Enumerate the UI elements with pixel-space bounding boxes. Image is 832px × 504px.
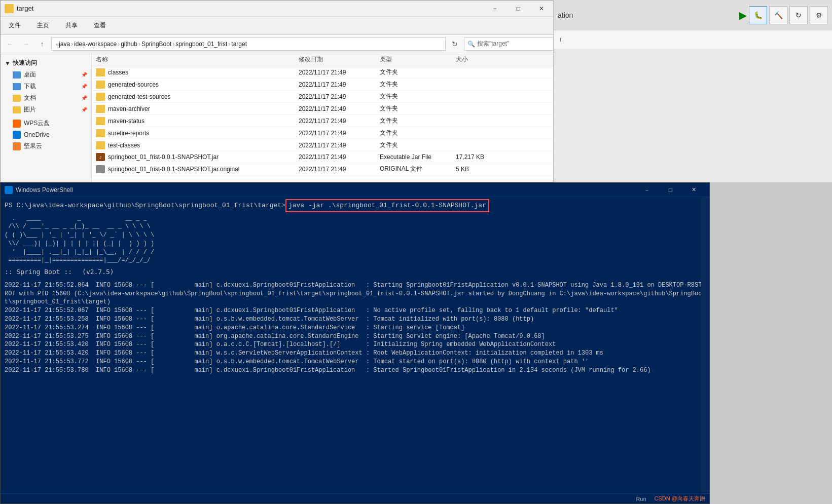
path-part-4: SpringBoot xyxy=(141,41,171,48)
col-header-size[interactable]: 大小 xyxy=(456,55,507,64)
ps-command-highlighted: java -jar .\springboot_01_frist-0.0.1-SN… xyxy=(285,199,489,212)
folder-title-icon xyxy=(5,4,14,13)
ide-content: t xyxy=(554,30,832,49)
ps-status-bar: Run CSDN @向春天奔跑 xyxy=(1,493,709,503)
address-path[interactable]: « java › idea-workspace › github › Sprin… xyxy=(51,37,446,51)
ribbon-tab-view[interactable]: 查看 xyxy=(90,19,110,32)
folder-icon-test-classes xyxy=(96,141,105,149)
up-button[interactable]: ↑ xyxy=(35,37,49,51)
reload-button[interactable]: ↻ xyxy=(789,6,808,24)
addressbar: ← → ↑ « java › idea-workspace › github ›… xyxy=(1,35,557,53)
sidebar-documents-label: 文档 xyxy=(24,94,36,102)
pin-icon-pic: 📌 xyxy=(81,107,87,112)
file-name-surefire-reports: surefire-reports xyxy=(108,130,299,137)
file-row-jar[interactable]: J springboot_01_frist-0.0.1-SNAPSHOT.jar… xyxy=(92,151,557,163)
quick-access-header[interactable]: ▼ 快速访问 xyxy=(1,57,91,69)
folder-icon-gen-test-sources xyxy=(96,93,105,101)
sidebar-item-documents[interactable]: 文档 📌 xyxy=(1,92,91,104)
file-type-jar: Executable Jar File xyxy=(380,153,456,161)
sidebar-item-jianguoyun[interactable]: 坚果云 xyxy=(1,140,91,152)
file-type-maven-archiver: 文件夹 xyxy=(380,104,456,113)
file-date-test-classes: 2022/11/17 21:49 xyxy=(299,142,380,149)
file-row-maven-archiver[interactable]: maven-archiver 2022/11/17 21:49 文件夹 xyxy=(92,103,557,115)
sidebar-jianguo-label: 坚果云 xyxy=(24,142,42,150)
back-button[interactable]: ← xyxy=(3,37,17,51)
folder-icon-gen-sources xyxy=(96,81,105,89)
csdn-badge: CSDN @向春天奔跑 xyxy=(655,495,705,502)
desktop-icon xyxy=(13,71,21,79)
file-name-jar: springboot_01_frist-0.0.1-SNAPSHOT.jar xyxy=(108,153,299,161)
ps-controls: − □ ✕ xyxy=(635,183,705,197)
onedrive-icon xyxy=(13,131,21,139)
file-date-maven-archiver: 2022/11/17 21:49 xyxy=(299,105,380,112)
file-row-surefire-reports[interactable]: surefire-reports 2022/11/17 21:49 文件夹 xyxy=(92,127,557,139)
file-type-jar-original: ORIGINAL 文件 xyxy=(380,165,456,173)
explorer-titlebar: target − □ ✕ xyxy=(1,1,557,17)
ps-scrollbar[interactable] xyxy=(701,197,709,493)
titlebar-controls: − □ ✕ xyxy=(483,1,553,17)
pin-icon-dl: 📌 xyxy=(81,84,87,89)
path-part-5: springboot_01_frist xyxy=(175,41,227,48)
sidebar-item-onedrive[interactable]: OneDrive xyxy=(1,129,91,140)
close-button[interactable]: ✕ xyxy=(530,1,553,17)
log-line-5: 2022-11-17 21:55:53.420 INFO 15608 --- [… xyxy=(5,340,705,349)
ps-command-line: PS C:\java\idea-workspace\github\SpringB… xyxy=(5,199,705,212)
search-box[interactable]: 🔍 搜索"target" xyxy=(464,37,555,51)
ide-toolbar-left: ation xyxy=(558,11,736,19)
col-header-date[interactable]: 修改日期 xyxy=(299,55,380,64)
file-date-classes: 2022/11/17 21:49 xyxy=(299,69,380,76)
ribbon-tab-share[interactable]: 共享 xyxy=(61,19,82,32)
ps-titlebar: Windows PowerShell − □ ✕ xyxy=(1,183,709,197)
log-line-3: 2022-11-17 21:55:53.274 INFO 15608 --- [… xyxy=(5,324,705,332)
sidebar-item-desktop[interactable]: 桌面 📌 xyxy=(1,69,91,81)
file-row-maven-status[interactable]: maven-status 2022/11/17 21:49 文件夹 xyxy=(92,115,557,127)
explorer-title: target xyxy=(17,5,33,12)
refresh-button[interactable]: ↻ xyxy=(448,37,462,51)
file-name-maven-archiver: maven-archiver xyxy=(108,105,299,112)
file-row-classes[interactable]: classes 2022/11/17 21:49 文件夹 xyxy=(92,66,557,79)
file-explorer-window: target − □ ✕ 文件 主页 共享 查看 ← → ↑ « java › … xyxy=(0,0,558,182)
documents-icon xyxy=(13,95,21,102)
ps-prompt: PS C:\java\idea-workspace\github\SpringB… xyxy=(5,201,285,211)
col-header-name[interactable]: 名称 xyxy=(96,55,299,64)
ps-maximize-button[interactable]: □ xyxy=(659,183,682,197)
file-name-maven-status: maven-status xyxy=(108,118,299,125)
ps-minimize-button[interactable]: − xyxy=(635,183,659,197)
sidebar-item-downloads[interactable]: 下载 📌 xyxy=(1,81,91,92)
file-row-gen-sources[interactable]: generated-sources 2022/11/17 21:49 文件夹 xyxy=(92,79,557,91)
titlebar-left: target xyxy=(5,4,33,13)
ide-placeholder: t xyxy=(558,34,828,45)
pin-icon-doc: 📌 xyxy=(81,95,87,101)
ribbon-tab-home[interactable]: 主页 xyxy=(33,19,53,32)
sidebar-downloads-label: 下载 xyxy=(24,82,36,91)
spring-boot-header: :: Spring Boot :: (v2.7.5) xyxy=(5,267,705,277)
file-row-test-classes[interactable]: test-classes 2022/11/17 21:49 文件夹 xyxy=(92,139,557,151)
col-header-type[interactable]: 类型 xyxy=(380,55,456,64)
build-button[interactable]: 🔨 xyxy=(769,6,787,24)
sidebar-item-pictures[interactable]: 图片 📌 xyxy=(1,104,91,115)
search-icon: 🔍 xyxy=(467,41,475,48)
sidebar-item-wps[interactable]: WPS云盘 xyxy=(1,118,91,129)
file-name-test-classes: test-classes xyxy=(108,142,299,149)
run-icon[interactable]: ▶ xyxy=(739,9,747,21)
file-date-jar: 2022/11/17 21:49 xyxy=(299,153,380,161)
sidebar-onedrive-label: OneDrive xyxy=(24,131,50,138)
file-row-jar-original[interactable]: springboot_01_frist-0.0.1-SNAPSHOT.jar.o… xyxy=(92,163,557,175)
file-row-gen-test-sources[interactable]: generated-test-sources 2022/11/17 21:49 … xyxy=(92,91,557,103)
file-type-gen-test-sources: 文件夹 xyxy=(380,92,456,101)
debug-button[interactable]: 🐛 xyxy=(749,6,767,24)
file-name-gen-sources: generated-sources xyxy=(108,81,299,88)
file-name-gen-test-sources: generated-test-sources xyxy=(108,93,299,100)
ps-close-button[interactable]: ✕ xyxy=(682,183,705,197)
settings-button[interactable]: ⚙ xyxy=(810,6,828,24)
right-panel-ide: ation ▶ 🐛 🔨 ↻ ⚙ t xyxy=(553,0,832,182)
maximize-button[interactable]: □ xyxy=(507,1,530,17)
ps-title-area: Windows PowerShell xyxy=(5,186,73,194)
file-type-surefire-reports: 文件夹 xyxy=(380,129,456,137)
ribbon-tab-file[interactable]: 文件 xyxy=(5,19,25,32)
sidebar: ▼ 快速访问 桌面 📌 下载 📌 文档 📌 xyxy=(1,53,92,182)
minimize-button[interactable]: − xyxy=(483,1,507,17)
spring-ascii-art: . ____ _ __ _ _ /\\ / ___'_ __ _ _(_)_ _… xyxy=(5,214,705,265)
sidebar-desktop-label: 桌面 xyxy=(24,70,36,79)
forward-button[interactable]: → xyxy=(19,37,33,51)
